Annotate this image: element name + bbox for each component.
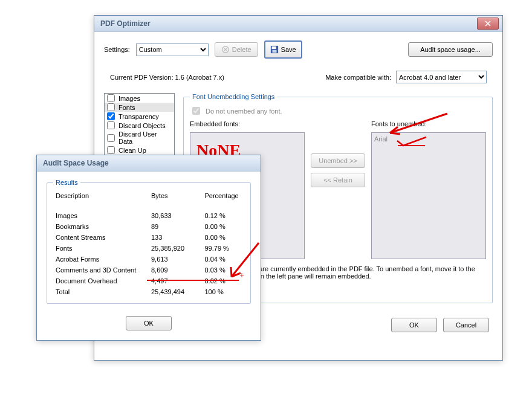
retain-button: << Retain: [311, 173, 365, 187]
delete-button: Delete: [215, 42, 258, 57]
category-checkbox[interactable]: [107, 94, 115, 102]
results-legend: Results: [53, 179, 80, 186]
category-item[interactable]: Fonts: [105, 103, 174, 112]
ok-button[interactable]: OK: [391, 318, 437, 332]
category-list[interactable]: ImagesFontsTransparencyDiscard ObjectsDi…: [104, 93, 175, 155]
cell-bytes: 89: [149, 221, 202, 232]
cell-bytes: 4,497: [149, 275, 202, 286]
floppy-icon: [270, 45, 279, 54]
category-label: Discard Objects: [118, 122, 166, 129]
category-label: Clean Up: [118, 147, 146, 154]
category-checkbox[interactable]: [107, 112, 115, 120]
cell-desc: Document Overhead: [53, 275, 149, 286]
cell-bytes: 25,385,920: [149, 243, 202, 254]
category-label: Discard User Data: [118, 130, 172, 145]
audit-space-button[interactable]: Audit space usage...: [408, 42, 493, 57]
table-row: Acrobat Forms9,6130.04 %: [53, 254, 244, 265]
cell-pct: 99.79 %: [202, 243, 244, 254]
embedded-fonts-label: Embedded fonts:: [190, 120, 305, 127]
table-row: Document Overhead4,4970.02 %: [53, 275, 244, 286]
table-row: Total25,439,494100 %: [53, 286, 244, 297]
cell-bytes: 30,633: [149, 210, 202, 221]
audit-space-window: Audit Space Usage Results Description By…: [36, 155, 261, 341]
table-row: Bookmarks890.00 %: [53, 221, 244, 232]
cell-bytes: 25,439,494: [149, 286, 202, 297]
col-percentage: Percentage: [202, 191, 244, 210]
table-row: Content Streams1330.00 %: [53, 232, 244, 243]
fieldset-legend: Font Unembedding Settings: [190, 93, 277, 100]
category-item[interactable]: Discard Objects: [105, 121, 174, 130]
category-item[interactable]: Clean Up: [105, 146, 174, 155]
close-button[interactable]: [477, 18, 499, 30]
col-bytes: Bytes: [149, 191, 202, 210]
settings-dropdown[interactable]: Custom: [136, 43, 209, 56]
audit-content: Results Description Bytes Percentage Ima…: [37, 172, 261, 340]
category-checkbox[interactable]: [107, 121, 115, 129]
unembed-fonts-label: Fonts to unembed:: [371, 120, 486, 127]
close-icon: [485, 21, 491, 27]
table-row: Images30,6330.12 %: [53, 210, 244, 221]
cell-bytes: 8,609: [149, 265, 202, 275]
category-label: Images: [118, 95, 140, 102]
audit-ok-button[interactable]: OK: [126, 316, 172, 330]
cell-desc: Fonts: [53, 243, 149, 254]
unembed-font-item: Arial: [374, 135, 388, 143]
save-button[interactable]: Save: [264, 40, 302, 59]
audit-title: Audit Space Usage: [41, 159, 257, 167]
cell-bytes: 133: [149, 232, 202, 243]
cell-desc: Acrobat Forms: [53, 254, 149, 265]
svg-rect-3: [272, 50, 276, 53]
cell-pct: 100 %: [202, 286, 244, 297]
settings-label: Settings:: [104, 46, 130, 53]
cell-desc: Images: [53, 210, 149, 221]
compat-label: Make compatible with:: [325, 74, 391, 81]
svg-rect-2: [271, 47, 276, 49]
cell-pct: 0.12 %: [202, 210, 244, 221]
category-item[interactable]: Images: [105, 94, 174, 103]
cell-desc: Total: [53, 286, 149, 297]
cell-pct: 0.02 %: [202, 275, 244, 286]
category-checkbox[interactable]: [107, 134, 115, 142]
table-row: Comments and 3D Content8,6090.03 %: [53, 265, 244, 275]
no-unembed-label: Do not unembed any font.: [206, 108, 282, 115]
category-checkbox[interactable]: [107, 103, 115, 111]
cancel-button[interactable]: Cancel: [443, 318, 489, 332]
cell-desc: Comments and 3D Content: [53, 265, 149, 275]
category-checkbox[interactable]: [107, 146, 115, 154]
titlebar: PDF Optimizer: [94, 16, 502, 32]
cell-pct: 0.00 %: [202, 232, 244, 243]
cell-pct: 0.03 %: [202, 265, 244, 275]
cell-pct: 0.00 %: [202, 221, 244, 232]
category-label: Transparency: [118, 113, 159, 120]
results-table: Description Bytes Percentage Images30,63…: [53, 191, 244, 297]
unembed-fonts-listbox[interactable]: Arial: [371, 132, 486, 259]
cell-bytes: 9,613: [149, 254, 202, 265]
delete-icon: [221, 45, 230, 54]
window-title: PDF Optimizer: [98, 19, 477, 28]
table-row: Fonts25,385,92099.79 %: [53, 243, 244, 254]
col-description: Description: [53, 191, 149, 210]
compat-dropdown[interactable]: Acrobat 4.0 and later: [396, 71, 487, 83]
no-unembed-checkbox: [192, 107, 200, 115]
cell-pct: 0.04 %: [202, 254, 244, 265]
results-fieldset: Results Description Bytes Percentage Ima…: [47, 179, 251, 304]
cell-desc: Bookmarks: [53, 221, 149, 232]
audit-titlebar: Audit Space Usage: [37, 155, 261, 172]
category-label: Fonts: [118, 104, 135, 111]
unembed-button: Unembed >>: [311, 153, 365, 168]
category-item[interactable]: Transparency: [105, 112, 174, 121]
cell-desc: Content Streams: [53, 232, 149, 243]
version-text: Current PDF Version: 1.6 (Acrobat 7.x): [110, 74, 224, 81]
category-item[interactable]: Discard User Data: [105, 130, 174, 146]
